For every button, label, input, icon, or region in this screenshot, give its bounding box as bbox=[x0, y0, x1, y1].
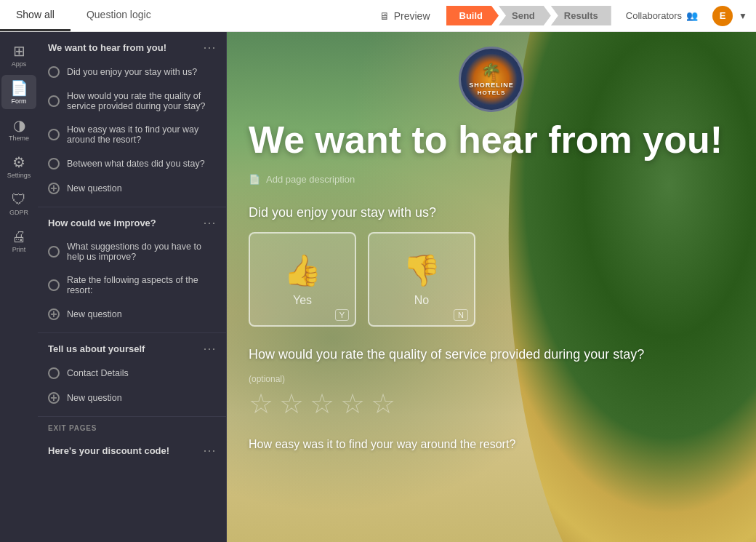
add-question-icon: + bbox=[48, 392, 60, 404]
section-about-more[interactable]: ⋯ bbox=[203, 342, 216, 355]
exit-pages-label: EXIT PAGES bbox=[38, 417, 226, 435]
star-rating: ☆ ☆ ☆ ☆ ☆ bbox=[249, 390, 734, 418]
logo-text: 🌴 SHORELINE HOTELS bbox=[469, 63, 514, 97]
preview-area: 🌴 SHORELINE HOTELS We want to hear from … bbox=[227, 32, 756, 542]
star-3[interactable]: ☆ bbox=[310, 390, 334, 418]
form-icon: 📄 bbox=[10, 81, 28, 95]
item-radio bbox=[48, 95, 60, 107]
section-about-title: Tell us about yourself bbox=[48, 343, 145, 354]
star-1[interactable]: ☆ bbox=[249, 390, 273, 418]
send-button[interactable]: Send bbox=[499, 6, 551, 25]
no-option[interactable]: 👎 No N bbox=[368, 232, 475, 327]
question-block-q1: Did you enjoy your stay with us? 👍 Yes Y… bbox=[249, 205, 734, 327]
panel-sidebar: We want to hear from you! ⋯ Did you enjo… bbox=[38, 32, 227, 542]
list-item[interactable]: Between what dates did you stay? bbox=[38, 151, 226, 176]
add-question-welcome[interactable]: + New question bbox=[38, 176, 226, 201]
exit-pages-section: EXIT PAGES Here's your discount code! ⋯ bbox=[38, 417, 226, 463]
page-title: We want to hear from you! bbox=[249, 119, 734, 161]
theme-icon: ◑ bbox=[13, 118, 25, 132]
nav-tabs: Show all Question logic bbox=[0, 0, 167, 31]
section-welcome-header: We want to hear from you! ⋯ bbox=[38, 32, 226, 60]
sidebar-item-form[interactable]: 📄 Form bbox=[1, 75, 36, 109]
question-block-q3: How easy was it to find your way around … bbox=[249, 438, 734, 451]
yes-label: Yes bbox=[293, 294, 312, 307]
section-improve-title: How could we improve? bbox=[48, 218, 156, 228]
no-label: No bbox=[414, 294, 429, 307]
item-radio bbox=[48, 279, 60, 291]
sidebar-item-gdpr[interactable]: 🛡 GDPR bbox=[1, 186, 36, 220]
collaborators-button[interactable]: Collaborators 👥 bbox=[617, 6, 707, 25]
hotel-subtitle: HOTELS bbox=[469, 89, 514, 97]
chevron-down-icon[interactable]: ▼ bbox=[739, 11, 747, 21]
section-improve-more[interactable]: ⋯ bbox=[203, 216, 216, 229]
panel-section-welcome: We want to hear from you! ⋯ Did you enjo… bbox=[38, 32, 226, 207]
palm-icon: 🌴 bbox=[469, 63, 514, 81]
tab-question-logic[interactable]: Question logic bbox=[71, 0, 167, 31]
section-welcome-more[interactable]: ⋯ bbox=[203, 41, 216, 54]
item-radio bbox=[48, 158, 60, 170]
panel-section-about: Tell us about yourself ⋯ Contact Details… bbox=[38, 333, 226, 417]
yes-option[interactable]: 👍 Yes Y bbox=[249, 232, 356, 327]
thumbs-up-icon: 👍 bbox=[284, 252, 321, 288]
tab-show-all[interactable]: Show all bbox=[0, 0, 71, 31]
hotel-logo: 🌴 SHORELINE HOTELS bbox=[459, 47, 524, 112]
logo-container: 🌴 SHORELINE HOTELS bbox=[249, 47, 734, 119]
exit-page-more[interactable]: ⋯ bbox=[203, 444, 216, 457]
add-question-icon: + bbox=[48, 308, 60, 320]
star-2[interactable]: ☆ bbox=[279, 390, 304, 418]
question-block-q2: How would you rate the quality of servic… bbox=[249, 347, 734, 418]
add-question-about[interactable]: + New question bbox=[38, 386, 226, 410]
star-4[interactable]: ☆ bbox=[340, 390, 365, 418]
list-item[interactable]: Rate the following aspects of the resort… bbox=[38, 268, 226, 302]
page-description-placeholder[interactable]: 📄 Add page description bbox=[249, 174, 734, 185]
item-radio bbox=[48, 246, 60, 258]
sidebar-item-theme[interactable]: ◑ Theme bbox=[1, 112, 36, 146]
gdpr-icon: 🛡 bbox=[12, 192, 26, 207]
add-person-icon: 👥 bbox=[686, 10, 698, 21]
thumbs-down-icon: 👎 bbox=[403, 252, 441, 288]
item-radio bbox=[48, 367, 60, 379]
exit-page-header: Here's your discount code! ⋯ bbox=[38, 435, 226, 463]
add-question-icon: + bbox=[48, 183, 60, 194]
hotel-name: SHORELINE bbox=[469, 81, 514, 89]
pipeline-buttons: Build Send Results bbox=[446, 0, 611, 31]
item-radio bbox=[48, 66, 60, 78]
results-button[interactable]: Results bbox=[551, 6, 611, 25]
preview-bg: 🌴 SHORELINE HOTELS We want to hear from … bbox=[227, 32, 756, 542]
sidebar-item-settings[interactable]: ⚙ Settings bbox=[1, 149, 36, 183]
optional-label: (optional) bbox=[249, 374, 734, 384]
section-improve-header: How could we improve? ⋯ bbox=[38, 207, 226, 235]
yes-no-options: 👍 Yes Y 👎 No N bbox=[249, 232, 734, 327]
main-layout: ⊞ Apps 📄 Form ◑ Theme ⚙ Settings 🛡 GDPR … bbox=[0, 32, 756, 542]
list-item[interactable]: How easy was it to find your way around … bbox=[38, 118, 226, 151]
panel-section-improve: How could we improve? ⋯ What suggestions… bbox=[38, 207, 226, 333]
user-avatar[interactable]: E bbox=[712, 6, 733, 26]
preview-button[interactable]: 🖥 Preview bbox=[369, 6, 441, 26]
section-welcome-title: We want to hear from you! bbox=[48, 42, 166, 53]
top-nav-right: 🖥 Preview Build Send Results Collaborato… bbox=[369, 0, 756, 31]
sidebar-item-print[interactable]: 🖨 Print bbox=[1, 223, 36, 258]
monitor-icon: 🖥 bbox=[379, 10, 390, 22]
question-text-q1: Did you enjoy your stay with us? bbox=[249, 205, 734, 220]
question-text-q2: How would you rate the quality of servic… bbox=[249, 347, 734, 362]
print-icon: 🖨 bbox=[12, 229, 26, 244]
yes-key: Y bbox=[335, 309, 349, 321]
description-icon: 📄 bbox=[249, 174, 260, 185]
collaborators-label: Collaborators bbox=[626, 10, 682, 21]
list-item[interactable]: How would you rate the quality of servic… bbox=[38, 84, 226, 118]
preview-content: 🌴 SHORELINE HOTELS We want to hear from … bbox=[227, 32, 756, 493]
section-about-header: Tell us about yourself ⋯ bbox=[38, 333, 226, 361]
no-key: N bbox=[454, 309, 468, 321]
list-item[interactable]: Did you enjoy your stay with us? bbox=[38, 60, 226, 84]
apps-icon: ⊞ bbox=[13, 44, 25, 58]
list-item[interactable]: What suggestions do you have to help us … bbox=[38, 235, 226, 268]
settings-icon: ⚙ bbox=[12, 155, 25, 170]
add-question-improve[interactable]: + New question bbox=[38, 302, 226, 327]
star-5[interactable]: ☆ bbox=[371, 390, 395, 418]
build-button[interactable]: Build bbox=[446, 6, 499, 25]
list-item[interactable]: Contact Details bbox=[38, 361, 226, 386]
icon-sidebar: ⊞ Apps 📄 Form ◑ Theme ⚙ Settings 🛡 GDPR … bbox=[0, 32, 38, 542]
exit-page-title: Here's your discount code! bbox=[48, 445, 169, 456]
question-text-q3: How easy was it to find your way around … bbox=[249, 438, 734, 451]
sidebar-item-apps[interactable]: ⊞ Apps bbox=[1, 38, 36, 72]
